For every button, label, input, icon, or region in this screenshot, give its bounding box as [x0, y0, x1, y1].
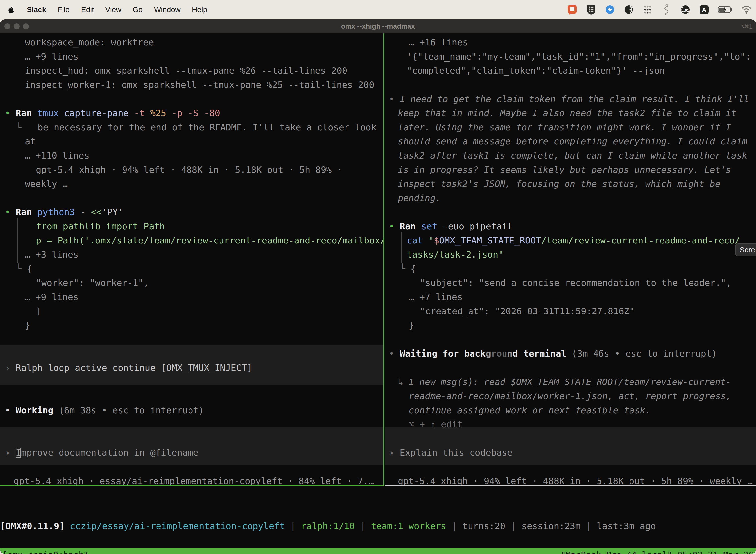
text-segment: weekly … [25, 179, 68, 189]
window-shortcut: ⌥⌘1 [741, 19, 753, 33]
output-line: at [0, 134, 383, 149]
text-segment: … +9 lines [25, 51, 79, 62]
text-segment: %25 [150, 108, 172, 118]
text-segment: | [355, 521, 371, 531]
text-segment: … +3 lines [25, 250, 79, 260]
screenshot-tooltip-text: Scre [740, 246, 755, 254]
text-segment: tasks/task-2.json" [407, 250, 504, 260]
prompt-line: › Explain this codebase [385, 446, 756, 460]
terminal-window: omx --xhigh --madmax ⌥⌘1 workspace_mode:… [0, 19, 756, 554]
text-segment: (6m 38s • esc to interrupt) [59, 405, 204, 415]
shield-grid-icon[interactable] [585, 4, 597, 15]
model-status-line: gpt-5.4 xhigh · essay/ai-reimplementatio… [0, 474, 383, 486]
text-segment: I need to get the claim token from the c… [399, 94, 749, 104]
text-segment: mprove documentation in @filename [21, 447, 198, 458]
output-line: inspect_worker-1: omx sparkshell --tmux-… [0, 78, 383, 92]
text-segment: /team/review-current-readme-and-reco/ [541, 235, 740, 245]
menu-bar: Slack File Edit View Go Window Help [0, 0, 756, 19]
tmux-host-clock: "MacBook-Pro-44.local" 05:03 31-Mar-26 [561, 548, 756, 554]
menu-item-file[interactable]: File [58, 5, 69, 14]
text-segment: turns:20 [462, 521, 505, 531]
text-segment: … +110 lines [25, 151, 89, 161]
text-segment: 1 new msg(s): read $OMX_TEAM_STATE_ROOT/… [408, 377, 731, 387]
text-segment: gpt-5.4 xhigh · 94% left · 488K in · 5.1… [36, 165, 342, 175]
menu-app-name[interactable]: Slack [27, 5, 46, 14]
text-segment: } [25, 320, 30, 330]
text-segment: $ [434, 235, 439, 245]
menu-item-edit[interactable]: Edit [81, 5, 94, 14]
chat-app-icon[interactable] [567, 4, 578, 15]
menu-item-window[interactable]: Window [154, 5, 181, 14]
omx-status-line: [OMX#0.11.9] cczip/essay/ai-reimplementa… [0, 519, 756, 533]
output-line: } [0, 318, 383, 332]
pane-divider[interactable] [383, 33, 384, 486]
tmux-pane-right[interactable]: … +16 lines'{"team_name":"my-team","task… [385, 33, 756, 486]
command-line: • Ran python3 - <<'PY' [0, 205, 383, 219]
text-segment: cczip/essay/ai-reimplementation-copyleft [70, 521, 285, 531]
elided-lines: … +3 lines [0, 247, 383, 262]
thinking-line: pending. [385, 191, 756, 205]
wifi-icon[interactable] [741, 4, 752, 15]
text-segment: Ran [16, 108, 37, 118]
text-segment: inspect task2's JSON, focusing on the st… [398, 179, 720, 189]
text-segment: └ [400, 264, 411, 274]
text-segment: … +9 lines [25, 292, 79, 302]
waiting-status-line: • Waiting for background terminal (3m 46… [385, 346, 756, 361]
dark-disc-icon[interactable] [623, 4, 634, 15]
text-segment: is in progress? It seems likely but perh… [398, 165, 731, 175]
apple-icon[interactable] [7, 4, 15, 15]
working-status-line: • Working (6m 38s • esc to interrupt) [0, 403, 383, 417]
text-segment: • [389, 94, 399, 104]
thinking-line: is in progress? It seems likely but perh… [385, 163, 756, 177]
text-segment: } [409, 320, 414, 330]
menu-item-go[interactable]: Go [133, 5, 143, 14]
text-segment: 'PY' [102, 207, 123, 217]
text-segment: readme-and-reco/mailbox/worker-1.json, a… [409, 391, 731, 401]
text-segment: Working [16, 405, 59, 415]
text-segment: • [5, 405, 16, 415]
tmux-status-bar: [omx-cczip0:bash* "MacBook-Pro-44.local"… [0, 548, 756, 554]
text-segment: last:3m ago [597, 521, 656, 531]
text-segment: " [428, 235, 434, 245]
title-bar[interactable]: omx --xhigh --madmax ⌥⌘1 [0, 19, 756, 33]
text-segment: { [27, 264, 32, 274]
screenshot-tooltip: Scre [735, 243, 756, 257]
text-segment: keep that in mind. Maybe I also need the… [398, 108, 737, 118]
output-line: "worker": "worker-1", [0, 276, 383, 290]
window-title: omx --xhigh --madmax [0, 19, 756, 33]
text-segment: "completed","claim_token":"claim-token"}… [407, 65, 665, 76]
text-segment: -p -S -80 [172, 108, 220, 118]
text-segment: Waiting for back [399, 348, 486, 359]
text-segment: Explain this codebase [399, 447, 512, 458]
code-line: tasks/task-2.json" [385, 247, 756, 262]
text-segment: rou [491, 348, 507, 359]
text-segment: └ [16, 264, 27, 274]
count-badge-icon[interactable]: ..61 [680, 4, 691, 15]
output-line: gpt-5.4 xhigh · 94% left · 488K in · 5.1… [0, 163, 383, 177]
text-segment: … +16 lines [409, 37, 468, 47]
text-segment: -euo pipefail [443, 221, 513, 231]
omx-status-bar: [OMX#0.11.9] cczip/essay/ai-reimplementa… [0, 519, 756, 534]
messenger-lightning-icon[interactable] [604, 4, 616, 15]
count-badge-text: ..61 [683, 8, 689, 12]
text-segment: Ran [16, 207, 37, 217]
text-segment: capture-pane [64, 108, 134, 118]
dots-grid-icon[interactable] [642, 4, 653, 15]
input-source-icon[interactable]: A [698, 4, 710, 15]
text-segment: • [389, 221, 399, 231]
s-curve-icon[interactable] [661, 4, 672, 15]
elided-lines: … +7 lines [385, 290, 756, 304]
menu-item-view[interactable]: View [105, 5, 121, 14]
text-segment: continue assigned work or next feasible … [409, 405, 650, 415]
text-segment: n [507, 348, 513, 359]
tmux-pane-left[interactable]: workspace_mode: worktree… +9 linesinspec… [0, 33, 383, 486]
menu-item-help[interactable]: Help [192, 5, 207, 14]
text-segment: g [486, 348, 491, 359]
text-segment: { [411, 264, 416, 274]
tmux-session-label: [omx-cczip0:bash* [0, 548, 89, 554]
output-line: "completed","claim_token":"claim-token"}… [385, 63, 756, 78]
battery-charging-icon[interactable] [717, 4, 733, 15]
message-line: ↳ 1 new msg(s): read $OMX_TEAM_STATE_ROO… [385, 375, 756, 389]
model-status-line: gpt-5.4 xhigh · 94% left · 488K in · 5.1… [385, 474, 756, 486]
text-segment: p = Path('.omx/state/team/review-current… [36, 235, 383, 245]
